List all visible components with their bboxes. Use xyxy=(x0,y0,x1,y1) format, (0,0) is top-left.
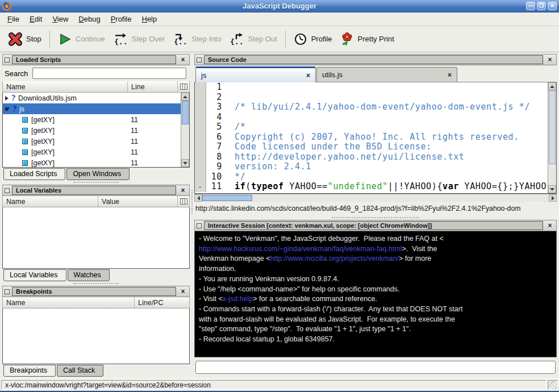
terminal-line: with a forward-slash will be evaluated a… xyxy=(199,315,552,325)
tree-row[interactable]: ?js xyxy=(3,103,181,114)
script-line: 11 xyxy=(124,137,181,145)
tree-scrollbar[interactable] xyxy=(181,93,189,167)
column-value[interactable]: Value xyxy=(98,196,178,207)
search-input[interactable] xyxy=(32,68,186,79)
menu-help[interactable]: Help xyxy=(137,12,162,26)
breakpoint-margin[interactable] xyxy=(195,112,206,123)
breakpoint-margin[interactable] xyxy=(195,102,206,112)
tab-call-stack[interactable]: Call Stack xyxy=(57,365,103,377)
terminal-link[interactable]: x-jsd:help xyxy=(223,295,253,303)
panel-grippy[interactable] xyxy=(5,57,10,62)
panel-grippy[interactable] xyxy=(197,57,202,62)
tree-row[interactable]: ?DownloadUtils.jsm xyxy=(3,93,181,103)
horizontal-splitter[interactable] xyxy=(2,180,190,185)
tree-row[interactable]: [getXY]11 xyxy=(3,157,181,167)
close-icon[interactable]: × xyxy=(448,71,452,79)
step-into-label: Step Into xyxy=(191,35,221,43)
breakpoint-margin[interactable] xyxy=(195,152,206,162)
scroll-up-icon[interactable] xyxy=(548,82,556,90)
column-linepc[interactable]: Line/PC xyxy=(135,297,189,308)
tab-watches[interactable]: Watches xyxy=(68,269,110,281)
menu-debug[interactable]: Debug xyxy=(73,12,105,26)
column-picker-icon[interactable] xyxy=(178,81,189,92)
column-picker-icon[interactable] xyxy=(178,196,189,207)
expander-icon[interactable] xyxy=(5,96,9,101)
column-name[interactable]: Name xyxy=(3,196,98,207)
column-name[interactable]: Name xyxy=(3,297,135,308)
tree-row[interactable]: [getXY]11 xyxy=(3,125,181,136)
breakpoint-margin[interactable] xyxy=(195,132,206,143)
code-scrollbar-vertical[interactable] xyxy=(548,82,556,193)
breakpoint-margin[interactable] xyxy=(195,93,206,103)
scrollbar-thumb[interactable] xyxy=(202,195,252,201)
scroll-left-icon[interactable] xyxy=(194,194,202,202)
code-text: /* xyxy=(227,122,548,132)
script-line: 11 xyxy=(124,148,181,156)
maximize-button[interactable]: ❐ xyxy=(537,2,546,10)
step-into-button[interactable]: {...} Step Into xyxy=(169,30,225,48)
pretty-print-button[interactable]: Pretty Print xyxy=(336,30,398,48)
panel-title: Local Variables xyxy=(12,186,176,195)
vertical-splitter[interactable] xyxy=(190,54,194,377)
menu-bar: FileEditViewDebugProfileHelp xyxy=(0,12,559,26)
panel-grippy[interactable] xyxy=(5,289,10,294)
tab-open-windows[interactable]: Open Windows xyxy=(66,168,130,180)
scroll-down-icon[interactable] xyxy=(181,159,189,167)
session-command-input[interactable] xyxy=(195,361,556,374)
interactive-session-panel: Interactive Session [context: venkman.xu… xyxy=(194,220,557,377)
menu-file[interactable]: File xyxy=(2,12,24,26)
expander-icon[interactable] xyxy=(5,107,10,111)
close-icon[interactable]: × xyxy=(178,56,187,64)
tree-row[interactable]: [getXY]11 xyxy=(3,147,181,157)
horizontal-splitter[interactable] xyxy=(194,215,557,220)
terminal-line: - Use "/help <command-name>" for help on… xyxy=(199,285,552,295)
horizontal-splitter[interactable] xyxy=(2,281,190,286)
scrollbar-thumb[interactable] xyxy=(549,90,556,164)
terminal-line: Venkman homepage <http://www.mozilla.org… xyxy=(199,254,552,264)
step-over-button[interactable]: {...} Step Over xyxy=(109,30,169,48)
tree-row[interactable]: [getXY]11 xyxy=(3,114,181,125)
minimize-button[interactable]: — xyxy=(526,2,535,10)
breakpoint-margin[interactable]: - xyxy=(195,182,206,192)
close-icon[interactable]: × xyxy=(178,186,187,194)
tab-utils-js[interactable]: utils.js × xyxy=(316,67,457,82)
code-scrollbar-horizontal[interactable] xyxy=(194,194,557,202)
breakpoint-margin[interactable] xyxy=(195,172,206,182)
continue-button[interactable]: Continue xyxy=(54,30,109,48)
tab-loaded-scripts[interactable]: Loaded Scripts xyxy=(3,168,65,180)
column-name[interactable]: Name xyxy=(3,81,128,92)
menu-edit[interactable]: Edit xyxy=(24,12,47,26)
menu-view[interactable]: View xyxy=(47,12,73,26)
panel-grippy[interactable] xyxy=(197,223,202,228)
terminal-link[interactable]: http://www.hacksrus.com/~ginda/venkman/f… xyxy=(199,245,402,253)
scripts-tabs: Loaded Scripts Open Windows xyxy=(2,168,190,180)
close-icon[interactable]: × xyxy=(178,287,187,295)
close-icon[interactable]: × xyxy=(306,72,310,80)
panel-grippy[interactable] xyxy=(5,188,10,193)
line-number: 2 xyxy=(206,93,227,103)
scroll-up-icon[interactable] xyxy=(181,93,189,101)
tab-local-variables[interactable]: Local Variables xyxy=(3,269,66,281)
tree-row[interactable]: [getXY]11 xyxy=(3,136,181,147)
tab-breakpoints[interactable]: Breakpoints xyxy=(3,365,56,377)
terminal-link[interactable]: http://www.mozilla.org/projects/venkman/ xyxy=(270,255,398,262)
close-icon[interactable]: × xyxy=(545,222,554,230)
close-button[interactable]: ✕ xyxy=(548,2,557,10)
menu-profile[interactable]: Profile xyxy=(106,12,137,26)
stop-button[interactable]: Stop xyxy=(5,30,45,48)
scrollbar-thumb[interactable] xyxy=(182,101,189,124)
step-out-button[interactable]: {...} Step Out xyxy=(225,30,281,48)
breakpoint-margin[interactable] xyxy=(195,162,206,172)
interactive-session-header: Interactive Session [context: venkman.xu… xyxy=(194,220,557,231)
scroll-right-icon[interactable] xyxy=(549,194,557,202)
loaded-scripts-panel: Loaded Scripts × Search Name Line ?Downl… xyxy=(2,54,190,180)
scroll-down-icon[interactable] xyxy=(548,185,556,193)
breakpoint-margin[interactable] xyxy=(195,82,206,93)
breakpoint-margin[interactable] xyxy=(195,142,206,152)
profile-button[interactable]: Profile xyxy=(290,30,336,48)
breakpoint-margin[interactable] xyxy=(195,122,206,132)
resize-grip[interactable] xyxy=(548,380,558,390)
column-line[interactable]: Line xyxy=(128,81,178,92)
close-icon[interactable]: × xyxy=(545,56,554,64)
tab-js[interactable]: js × xyxy=(195,66,316,82)
